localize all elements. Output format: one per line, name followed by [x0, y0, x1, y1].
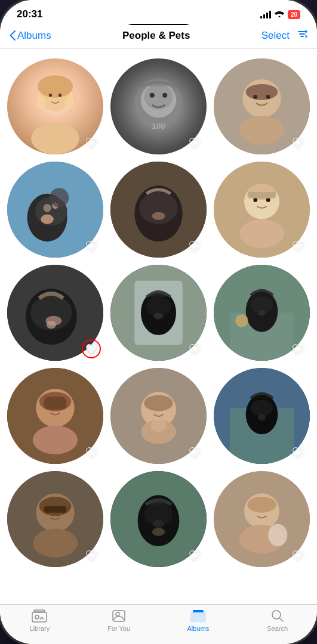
heart-4[interactable] — [84, 239, 99, 253]
svg-point-60 — [258, 310, 266, 315]
tab-bar: Library For You Albums — [0, 604, 317, 644]
for-you-icon — [112, 609, 126, 623]
heart-1[interactable] — [84, 135, 99, 150]
svg-rect-110 — [193, 610, 204, 612]
person-item-8[interactable] — [110, 265, 207, 361]
svg-point-12 — [162, 93, 167, 98]
heart-10[interactable] — [84, 445, 99, 459]
person-item-3[interactable] — [214, 58, 310, 154]
svg-point-75 — [150, 419, 167, 432]
back-button[interactable]: Albums — [10, 30, 51, 42]
svg-text:100: 100 — [152, 122, 165, 131]
heart-13[interactable] — [84, 548, 99, 562]
svg-point-85 — [39, 497, 72, 516]
people-grid: 100 — [7, 58, 310, 567]
tab-search-label: Search — [267, 625, 288, 632]
svg-rect-104 — [32, 612, 47, 622]
svg-point-6 — [49, 94, 52, 97]
svg-rect-67 — [44, 397, 67, 409]
svg-point-46 — [47, 321, 56, 329]
svg-point-96 — [152, 528, 165, 535]
svg-point-7 — [59, 94, 61, 97]
tab-for-you[interactable]: For You — [79, 609, 159, 632]
person-item-14[interactable] — [110, 471, 207, 567]
svg-point-16 — [246, 84, 278, 100]
wifi-icon — [275, 10, 284, 19]
person-item-6[interactable] — [214, 162, 310, 258]
heart-14[interactable] — [187, 548, 202, 562]
tab-search[interactable]: Search — [238, 609, 317, 632]
heart-6[interactable] — [291, 239, 305, 253]
person-item-9[interactable] — [214, 265, 310, 361]
heart-15[interactable] — [291, 548, 305, 562]
heart-11[interactable] — [187, 445, 202, 459]
svg-rect-109 — [199, 612, 205, 622]
svg-rect-88 — [44, 506, 67, 513]
heart-5[interactable] — [187, 239, 202, 253]
person-item-2[interactable]: 100 — [110, 58, 207, 154]
tab-library-label: Library — [30, 625, 50, 632]
svg-point-23 — [43, 204, 51, 212]
heart-2[interactable] — [187, 135, 202, 150]
signal-icon — [260, 10, 271, 18]
svg-point-19 — [239, 116, 284, 145]
svg-point-111 — [272, 611, 281, 619]
svg-point-79 — [251, 400, 273, 416]
svg-point-82 — [258, 414, 266, 421]
page-title: People & Pets — [122, 30, 190, 42]
person-item-5[interactable] — [110, 162, 207, 258]
sort-button[interactable] — [297, 29, 307, 42]
svg-rect-105 — [34, 610, 45, 612]
svg-point-18 — [266, 95, 270, 99]
albums-icon — [190, 609, 206, 623]
svg-point-71 — [144, 395, 173, 411]
select-button[interactable]: Select — [261, 30, 290, 42]
svg-point-99 — [247, 497, 276, 513]
svg-point-53 — [153, 313, 163, 320]
svg-rect-108 — [191, 612, 198, 622]
phone-frame: 20:31 20 — [0, 0, 317, 644]
svg-point-38 — [239, 219, 284, 248]
nav-actions: Select — [261, 29, 307, 42]
svg-rect-39 — [247, 192, 276, 199]
svg-point-11 — [150, 93, 155, 98]
search-icon — [271, 609, 284, 623]
person-item-13[interactable] — [7, 471, 103, 567]
svg-point-61 — [235, 314, 248, 327]
person-item-10[interactable] — [7, 368, 103, 464]
person-item-12[interactable] — [214, 368, 310, 464]
person-item-11[interactable] — [110, 368, 207, 464]
svg-point-68 — [33, 426, 78, 454]
heart-12[interactable] — [291, 445, 305, 459]
heart-3[interactable] — [291, 135, 305, 150]
svg-point-37 — [266, 198, 270, 202]
person-item-1[interactable] — [7, 58, 103, 154]
svg-point-103 — [268, 524, 287, 547]
status-icons: 20 — [260, 10, 300, 19]
svg-point-89 — [33, 529, 78, 558]
person-item-15[interactable] — [214, 471, 310, 567]
svg-point-25 — [41, 215, 53, 224]
tab-for-you-label: For You — [107, 625, 130, 632]
status-bar: 20:31 20 — [0, 0, 317, 24]
status-time: 20:31 — [17, 8, 42, 20]
tab-albums-label: Albums — [187, 625, 210, 632]
heart-8[interactable] — [187, 342, 202, 356]
back-label: Albums — [17, 30, 51, 42]
person-item-7[interactable] — [7, 265, 103, 361]
people-grid-container[interactable]: 100 — [0, 49, 317, 604]
battery-indicator: 20 — [288, 10, 300, 19]
person-item-4[interactable] — [7, 162, 103, 258]
svg-point-4 — [36, 96, 45, 109]
svg-point-26 — [50, 188, 69, 207]
svg-point-32 — [152, 212, 165, 220]
svg-point-10 — [144, 84, 173, 110]
nav-header: Albums People & Pets Select — [0, 24, 317, 49]
svg-point-1 — [31, 122, 79, 154]
tab-albums[interactable]: Albums — [159, 609, 238, 632]
svg-point-36 — [253, 198, 257, 202]
heart-highlight-circle — [82, 339, 101, 358]
svg-point-3 — [38, 75, 73, 98]
tab-library[interactable]: Library — [0, 609, 79, 632]
heart-9[interactable] — [291, 342, 305, 356]
